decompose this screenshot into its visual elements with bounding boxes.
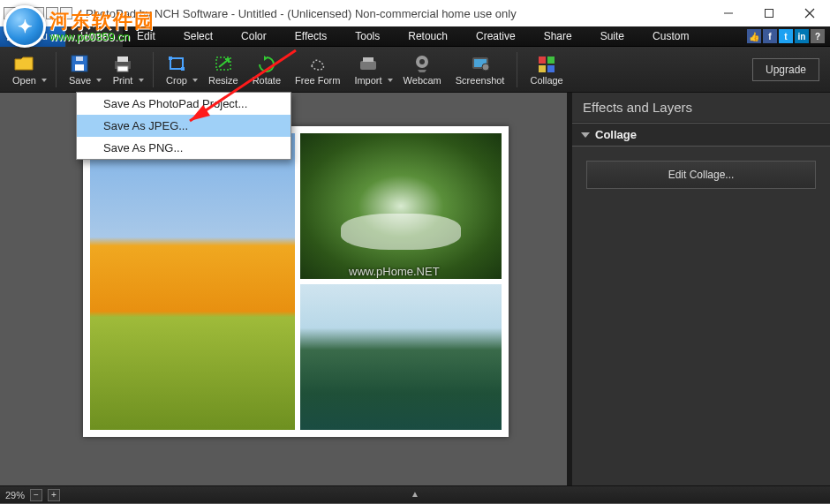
qa-icon-4[interactable] bbox=[46, 7, 58, 19]
watermark-text: www.pHome.NET bbox=[349, 265, 440, 278]
collage-photo-mountain[interactable] bbox=[300, 284, 502, 430]
thumb-icon[interactable]: 👍 bbox=[747, 29, 761, 43]
tab-select[interactable]: Select bbox=[170, 26, 227, 47]
tab-creative[interactable]: Creative bbox=[462, 26, 530, 47]
tab-color[interactable]: Color bbox=[227, 26, 281, 47]
svg-rect-14 bbox=[360, 61, 376, 70]
expand-caret-icon[interactable]: ▲ bbox=[411, 489, 419, 499]
import-button[interactable]: Import bbox=[347, 49, 396, 91]
collage-icon bbox=[536, 54, 557, 73]
printer-icon bbox=[112, 54, 133, 73]
scanner-icon bbox=[358, 54, 379, 73]
collage-section-header[interactable]: Collage bbox=[572, 123, 830, 147]
ribbon-toolbar: Open Save Print Crop Resize Rotate Free … bbox=[0, 47, 830, 93]
resize-icon bbox=[213, 54, 234, 73]
title-bar: | PhotoPad by NCH Software - Untitled - … bbox=[0, 0, 830, 26]
rotate-button[interactable]: Rotate bbox=[245, 49, 288, 91]
svg-rect-6 bbox=[76, 56, 83, 61]
linkedin-icon[interactable]: in bbox=[795, 29, 809, 43]
svg-rect-8 bbox=[117, 56, 128, 62]
svg-rect-24 bbox=[547, 65, 555, 72]
collage-canvas[interactable] bbox=[83, 126, 509, 437]
save-dropdown-menu: Save As PhotoPad Project... Save As JPEG… bbox=[76, 92, 291, 160]
webcam-icon bbox=[411, 54, 433, 73]
crop-button[interactable]: Crop bbox=[159, 49, 201, 91]
window-controls bbox=[708, 0, 830, 26]
svg-rect-22 bbox=[547, 56, 555, 64]
svg-rect-1 bbox=[766, 10, 773, 18]
open-button[interactable]: Open bbox=[5, 49, 50, 91]
svg-point-17 bbox=[419, 59, 425, 64]
help-icon[interactable]: ? bbox=[811, 29, 825, 43]
tab-suite[interactable]: Suite bbox=[586, 26, 638, 47]
folder-icon bbox=[13, 54, 34, 73]
menu-bar: Menu Home Edit Select Color Effects Tool… bbox=[0, 26, 830, 47]
webcam-button[interactable]: Webcam bbox=[396, 49, 449, 91]
collage-photo-forest[interactable] bbox=[300, 133, 502, 279]
freeform-icon bbox=[307, 54, 328, 73]
tab-home[interactable]: Home bbox=[66, 26, 123, 47]
resize-button[interactable]: Resize bbox=[201, 49, 245, 91]
qa-icon-2[interactable] bbox=[18, 7, 30, 19]
floppy-icon bbox=[69, 54, 90, 73]
menu-save-project[interactable]: Save As PhotoPad Project... bbox=[77, 93, 290, 115]
qa-icon-1[interactable] bbox=[4, 7, 16, 19]
upgrade-button[interactable]: Upgrade bbox=[752, 58, 819, 81]
svg-rect-5 bbox=[75, 64, 84, 71]
svg-rect-12 bbox=[181, 67, 185, 71]
svg-rect-21 bbox=[539, 56, 546, 64]
print-button[interactable]: Print bbox=[105, 49, 147, 91]
svg-rect-15 bbox=[363, 57, 374, 62]
svg-rect-10 bbox=[170, 58, 183, 69]
maximize-button[interactable] bbox=[749, 0, 789, 26]
zoom-level: 29% bbox=[5, 490, 25, 500]
tab-tools[interactable]: Tools bbox=[341, 26, 394, 47]
tab-custom[interactable]: Custom bbox=[638, 26, 703, 47]
svg-rect-23 bbox=[539, 65, 546, 72]
svg-rect-9 bbox=[117, 66, 128, 71]
save-button[interactable]: Save bbox=[62, 49, 105, 91]
social-icons: 👍 f t in ? bbox=[747, 29, 830, 43]
collage-photo-autumn[interactable] bbox=[90, 133, 295, 430]
menu-save-jpeg[interactable]: Save As JPEG... bbox=[77, 115, 290, 137]
collage-button[interactable]: Collage bbox=[523, 49, 570, 91]
tab-effects[interactable]: Effects bbox=[281, 26, 341, 47]
zoom-in-button[interactable]: + bbox=[48, 489, 60, 501]
quickaccess-icons bbox=[4, 7, 72, 19]
effects-layers-panel: Effects and Layers Collage Edit Collage.… bbox=[567, 93, 830, 485]
main-menu-button[interactable]: Menu bbox=[0, 26, 66, 47]
rotate-icon bbox=[256, 54, 277, 73]
tab-retouch[interactable]: Retouch bbox=[394, 26, 462, 47]
freeform-button[interactable]: Free Form bbox=[288, 49, 347, 91]
minimize-button[interactable] bbox=[708, 0, 749, 26]
screenshot-icon bbox=[470, 54, 491, 73]
tab-share[interactable]: Share bbox=[530, 26, 586, 47]
tab-edit[interactable]: Edit bbox=[123, 26, 170, 47]
caret-down-icon bbox=[51, 34, 58, 39]
facebook-icon[interactable]: f bbox=[763, 29, 777, 43]
crop-icon bbox=[166, 54, 187, 73]
panel-title: Effects and Layers bbox=[572, 93, 830, 123]
qa-icon-5[interactable] bbox=[60, 7, 72, 19]
svg-point-20 bbox=[482, 64, 489, 71]
hamburger-icon bbox=[7, 32, 18, 41]
window-title: | PhotoPad by NCH Software - Untitled - … bbox=[79, 7, 517, 20]
menu-label: Menu bbox=[21, 30, 48, 42]
zoom-out-button[interactable]: − bbox=[30, 489, 42, 501]
status-bar: 29% − + ▲ bbox=[0, 485, 830, 503]
screenshot-button[interactable]: Screenshot bbox=[449, 49, 512, 91]
edit-collage-button[interactable]: Edit Collage... bbox=[586, 161, 816, 189]
twitter-icon[interactable]: t bbox=[779, 29, 793, 43]
triangle-down-icon bbox=[581, 132, 590, 138]
close-button[interactable] bbox=[789, 0, 830, 26]
svg-rect-11 bbox=[169, 56, 172, 60]
menu-save-png[interactable]: Save As PNG... bbox=[77, 137, 290, 159]
qa-icon-3[interactable] bbox=[32, 7, 44, 19]
